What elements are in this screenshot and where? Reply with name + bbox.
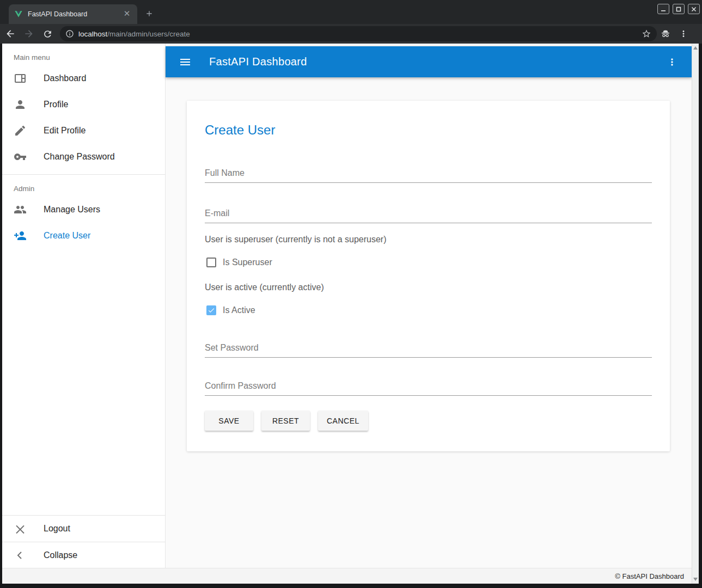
- main-area: FastAPI Dashboard Create User User is su…: [166, 44, 692, 568]
- email-input[interactable]: [205, 209, 652, 223]
- set-password-field-wrap: [205, 343, 652, 358]
- full-name-input[interactable]: [205, 168, 652, 183]
- chevron-left-icon: [14, 549, 27, 562]
- sidebar-header-main-menu: Main menu: [2, 44, 165, 65]
- reload-button[interactable]: [39, 26, 56, 41]
- confirm-password-input[interactable]: [205, 381, 652, 396]
- logout-x-icon: [14, 522, 27, 535]
- sidebar-header-admin: Admin: [2, 175, 165, 197]
- page-title: Create User: [205, 122, 652, 138]
- create-user-card: Create User User is superuser (currently…: [187, 101, 670, 451]
- page-footer: © FastAPI Dashboard: [2, 568, 692, 584]
- minimize-button[interactable]: [657, 4, 669, 14]
- scroll-up-arrow-icon[interactable]: [693, 46, 698, 50]
- dots-vertical-icon: [667, 57, 677, 68]
- email-field-wrap: [205, 209, 652, 223]
- window-controls: [657, 4, 700, 14]
- close-icon: [691, 7, 697, 12]
- toolbar-right: [660, 28, 688, 39]
- people-icon: [14, 203, 27, 216]
- forward-button[interactable]: [21, 26, 37, 41]
- maximize-icon: [676, 7, 681, 12]
- url-text: localhost/main/admin/users/create: [78, 30, 642, 38]
- copyright-text: © FastAPI Dashboard: [615, 572, 684, 580]
- incognito-icon: [660, 28, 671, 39]
- sidebar-item-edit-profile[interactable]: Edit Profile: [2, 118, 165, 144]
- new-tab-button[interactable]: [142, 6, 157, 21]
- scroll-down-arrow-icon[interactable]: [693, 578, 698, 581]
- sidebar-bottom: Logout Collapse: [2, 515, 165, 568]
- vue-favicon-icon: [14, 10, 23, 19]
- app-bar: FastAPI Dashboard: [166, 46, 692, 77]
- maximize-button[interactable]: [673, 4, 685, 14]
- sidebar-item-profile[interactable]: Profile: [2, 91, 165, 118]
- url-path: /main/admin/users/create: [107, 30, 190, 38]
- web-page: Main menu Dashboard Profile Edit Profile: [2, 44, 699, 584]
- sidebar-item-label: Collapse: [44, 550, 77, 560]
- is-superuser-label: Is Superuser: [223, 258, 272, 267]
- sidebar-item-collapse[interactable]: Collapse: [2, 542, 165, 568]
- forward-arrow-icon: [23, 28, 34, 39]
- back-arrow-icon: [5, 28, 16, 39]
- browser-tabstrip: FastAPI Dashboard ✕: [0, 0, 702, 24]
- browser-menu-button[interactable]: [679, 29, 688, 39]
- reset-button[interactable]: RESET: [261, 411, 310, 431]
- sidebar-item-logout[interactable]: Logout: [2, 516, 165, 542]
- hamburger-icon: [179, 56, 192, 69]
- save-button[interactable]: SAVE: [205, 411, 253, 431]
- key-icon: [14, 150, 27, 163]
- checkmark-icon: [207, 307, 215, 314]
- page-info-icon[interactable]: [65, 29, 74, 38]
- bookmark-star-icon[interactable]: [642, 29, 651, 39]
- vertical-scrollbar[interactable]: [692, 44, 699, 584]
- close-button[interactable]: [688, 4, 700, 14]
- form-buttons: SAVE RESET CANCEL: [205, 411, 652, 431]
- sidebar-item-label: Dashboard: [44, 74, 86, 83]
- appbar-title: FastAPI Dashboard: [209, 56, 659, 68]
- page-frame: Main menu Dashboard Profile Edit Profile: [0, 44, 702, 588]
- person-add-icon: [14, 229, 27, 242]
- browser-toolbar: localhost/main/admin/users/create: [0, 24, 702, 44]
- plus-icon: [145, 9, 154, 18]
- reload-icon: [42, 29, 53, 39]
- appbar-overflow-button[interactable]: [659, 49, 685, 75]
- sidebar-item-label: Create User: [44, 231, 90, 241]
- active-hint: User is active (currently active): [205, 283, 652, 292]
- url-host: localhost: [78, 30, 107, 38]
- sidebar-item-label: Change Password: [44, 152, 115, 162]
- main-content: Create User User is superuser (currently…: [166, 77, 692, 568]
- sidebar-item-change-password[interactable]: Change Password: [2, 144, 165, 170]
- set-password-input[interactable]: [205, 343, 652, 358]
- tab-title: FastAPI Dashboard: [28, 10, 122, 18]
- is-active-checkbox[interactable]: [206, 305, 216, 315]
- confirm-password-field-wrap: [205, 381, 652, 396]
- back-button[interactable]: [2, 26, 19, 41]
- person-icon: [14, 98, 27, 111]
- sidebar-item-manage-users[interactable]: Manage Users: [2, 197, 165, 223]
- superuser-hint: User is superuser (currently is not a su…: [205, 235, 652, 244]
- address-bar[interactable]: localhost/main/admin/users/create: [60, 26, 657, 41]
- minimize-icon: [661, 7, 666, 12]
- tab-close-icon[interactable]: ✕: [122, 9, 132, 19]
- sidebar-item-create-user[interactable]: Create User: [2, 223, 165, 249]
- pencil-icon: [14, 124, 27, 137]
- sidebar-item-label: Logout: [44, 524, 70, 534]
- is-superuser-checkbox[interactable]: [206, 258, 216, 267]
- sidebar-item-label: Profile: [44, 100, 68, 109]
- hamburger-menu-button[interactable]: [172, 49, 198, 75]
- cancel-button[interactable]: CANCEL: [318, 411, 368, 431]
- browser-tab[interactable]: FastAPI Dashboard ✕: [9, 4, 137, 24]
- sidebar-spacer: [2, 249, 165, 515]
- is-active-label: Is Active: [223, 305, 255, 315]
- sidebar-item-dashboard[interactable]: Dashboard: [2, 65, 165, 91]
- sidebar-item-label: Manage Users: [44, 205, 100, 215]
- dashboard-icon: [14, 72, 27, 85]
- full-name-field-wrap: [205, 168, 652, 183]
- sidebar: Main menu Dashboard Profile Edit Profile: [2, 44, 166, 568]
- is-active-checkbox-row[interactable]: Is Active: [205, 305, 652, 315]
- is-superuser-checkbox-row[interactable]: Is Superuser: [205, 258, 652, 267]
- sidebar-item-label: Edit Profile: [44, 126, 86, 136]
